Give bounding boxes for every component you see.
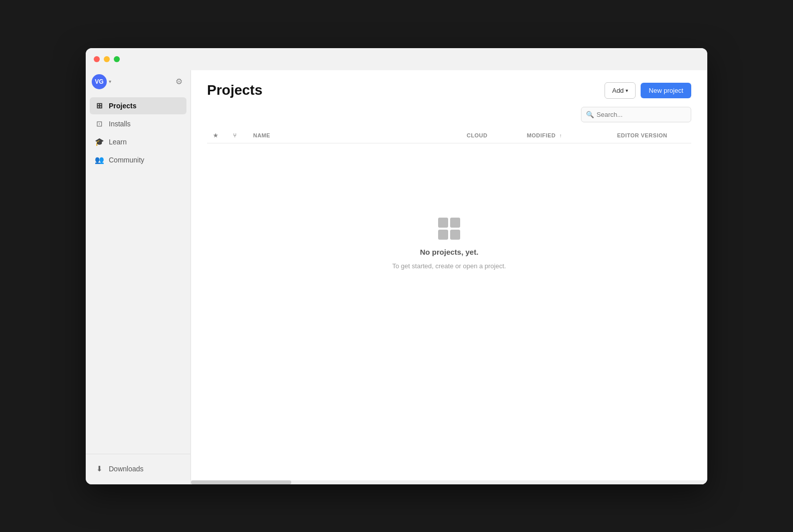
sort-asc-icon: ↑ — [559, 133, 562, 138]
user-section[interactable]: VG ▾ — [92, 74, 111, 89]
col-editor-version[interactable]: EDITOR VERSION — [611, 128, 691, 143]
grid-icon: ⊞ — [95, 101, 104, 110]
col-name[interactable]: NAME — [247, 128, 461, 143]
search-icon: 🔍 — [586, 111, 594, 118]
app-window: VG ▾ ⚙ ⊞ Projects ⊡ Installs — [86, 48, 707, 484]
sidebar-item-label: Community — [109, 156, 144, 164]
sidebar-bottom: ⬇ Downloads — [86, 454, 190, 484]
gear-icon: ⚙ — [175, 77, 182, 86]
search-bar-row: 🔍 — [191, 107, 707, 128]
download-tray-icon: ⬇ — [95, 464, 104, 473]
empty-state-icon — [438, 218, 460, 240]
titlebar — [86, 48, 707, 70]
people-icon: 👥 — [95, 155, 104, 164]
sidebar-item-installs[interactable]: ⊡ Installs — [90, 115, 186, 132]
sidebar-item-label: Projects — [109, 102, 136, 110]
mortarboard-icon: 🎓 — [95, 137, 104, 146]
empty-state: No projects, yet. To get started, create… — [207, 143, 691, 344]
sidebar-top: VG ▾ ⚙ — [86, 74, 190, 97]
main-content: Projects Add ▾ New project 🔍 — [191, 70, 707, 484]
sidebar-item-downloads[interactable]: ⬇ Downloads — [90, 460, 186, 477]
add-chevron-icon: ▾ — [626, 88, 628, 93]
col-modified[interactable]: MODIFIED ↑ — [521, 128, 611, 143]
avatar-chevron-icon: ▾ — [109, 79, 111, 84]
empty-state-subtitle: To get started, create or open a project… — [392, 262, 506, 270]
sidebar-item-learn[interactable]: 🎓 Learn — [90, 133, 186, 150]
sidebar-item-label: Learn — [109, 138, 127, 146]
sidebar: VG ▾ ⚙ ⊞ Projects ⊡ Installs — [86, 70, 191, 484]
new-project-button[interactable]: New project — [641, 83, 691, 98]
search-input[interactable] — [581, 107, 691, 122]
settings-button[interactable]: ⚙ — [173, 75, 184, 88]
sidebar-item-label: Downloads — [109, 465, 143, 473]
sidebar-nav: ⊞ Projects ⊡ Installs 🎓 Learn 👥 Communit… — [86, 97, 190, 454]
search-wrapper: 🔍 — [581, 107, 691, 122]
close-button[interactable] — [94, 56, 100, 62]
page-title: Projects — [207, 82, 263, 98]
download-box-icon: ⊡ — [95, 119, 104, 128]
table-header: ★ ⑂ NAME CLOUD M — [207, 128, 691, 143]
sidebar-item-community[interactable]: 👥 Community — [90, 151, 186, 168]
minimize-button[interactable] — [104, 56, 110, 62]
horizontal-scrollbar[interactable] — [191, 480, 707, 484]
scrollbar-thumb[interactable] — [191, 480, 291, 484]
add-button-label: Add — [612, 87, 624, 94]
maximize-button[interactable] — [114, 56, 120, 62]
traffic-lights — [94, 56, 120, 62]
sidebar-item-projects[interactable]: ⊞ Projects — [90, 97, 186, 114]
app-body: VG ▾ ⚙ ⊞ Projects ⊡ Installs — [86, 70, 707, 484]
sidebar-item-label: Installs — [109, 120, 131, 128]
add-button[interactable]: Add ▾ — [605, 82, 636, 99]
col-cloud[interactable]: CLOUD — [461, 128, 521, 143]
main-header: Projects Add ▾ New project — [191, 70, 707, 107]
branch-icon: ⑂ — [233, 132, 237, 138]
col-star[interactable]: ★ — [207, 128, 227, 143]
avatar: VG — [92, 74, 107, 89]
star-icon: ★ — [213, 132, 218, 138]
col-branch[interactable]: ⑂ — [227, 128, 247, 143]
projects-table: ★ ⑂ NAME CLOUD M — [207, 128, 691, 143]
table-container: ★ ⑂ NAME CLOUD M — [191, 128, 707, 480]
header-actions: Add ▾ New project — [605, 82, 691, 99]
empty-state-title: No projects, yet. — [420, 248, 479, 256]
